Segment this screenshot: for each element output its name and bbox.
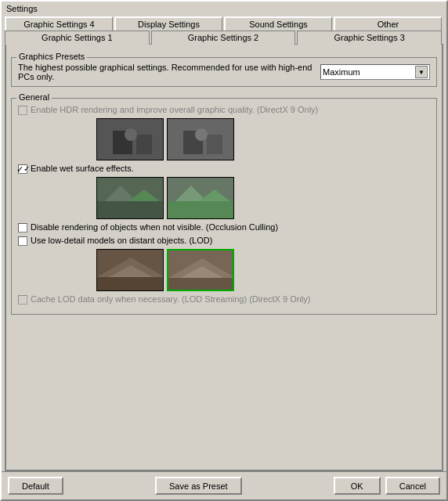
cancel-button[interactable]: Cancel xyxy=(385,477,440,495)
svg-rect-6 xyxy=(207,135,222,154)
tab-sound-settings[interactable]: Sound Settings xyxy=(224,16,332,31)
tab-graphic-settings-2[interactable]: Graphic Settings 2 xyxy=(151,31,296,45)
wet-preview-off xyxy=(96,177,164,219)
lod-preview-images xyxy=(96,249,430,291)
lod-preview-off xyxy=(96,249,164,291)
svg-rect-21 xyxy=(168,278,234,291)
svg-rect-2 xyxy=(136,135,152,154)
bottom-right-buttons: OK Cancel xyxy=(334,477,440,495)
general-group-label: General xyxy=(16,92,52,102)
tabs-container: Graphic Settings 4 Display Settings Soun… xyxy=(2,16,446,44)
content-area: Graphics Presets The highest possible gr… xyxy=(5,44,443,471)
preset-dropdown[interactable]: Maximum ▼ xyxy=(320,64,430,80)
default-button[interactable]: Default xyxy=(8,477,63,495)
wet-preview-on xyxy=(167,177,234,219)
hdr-preview-on xyxy=(167,118,234,160)
tab-other[interactable]: Other xyxy=(334,16,442,31)
occlusion-row: Disable rendering of objects when not vi… xyxy=(18,222,430,232)
general-group: General Enable HDR rendering and improve… xyxy=(11,98,437,315)
occlusion-checkbox[interactable] xyxy=(18,223,27,232)
window-title: Settings xyxy=(6,4,38,13)
ok-button[interactable]: OK xyxy=(334,477,381,495)
hdr-row: Enable HDR rendering and improve overall… xyxy=(18,105,430,115)
hdr-checkbox[interactable] xyxy=(18,106,27,115)
bottom-bar: Default Save as Preset OK Cancel xyxy=(2,471,446,499)
svg-point-7 xyxy=(195,128,208,141)
wet-surface-checkbox[interactable]: ✓ xyxy=(18,164,27,174)
svg-rect-17 xyxy=(97,277,164,291)
svg-rect-9 xyxy=(97,201,164,219)
wet-on-svg xyxy=(168,178,234,219)
hdr-on-svg xyxy=(168,119,234,160)
settings-window: Settings Graphic Settings 4 Display Sett… xyxy=(0,0,448,501)
hdr-preview-images xyxy=(96,118,430,160)
lod-row: Use low-detail models on distant objects… xyxy=(18,236,430,246)
presets-group-label: Graphics Presets xyxy=(16,52,87,61)
tab-graphic-settings-3[interactable]: Graphic Settings 3 xyxy=(297,31,442,45)
title-bar: Settings xyxy=(2,2,446,16)
lod-streaming-checkbox[interactable] xyxy=(18,295,27,305)
save-as-preset-button[interactable]: Save as Preset xyxy=(155,477,242,495)
lod-streaming-label: Cache LOD data only when necessary. (LOD… xyxy=(31,294,310,304)
lod-off-svg xyxy=(97,250,164,291)
lod-checkbox[interactable] xyxy=(18,236,27,246)
dropdown-arrow-icon: ▼ xyxy=(415,66,428,78)
tab-graphic-settings-4[interactable]: Graphic Settings 4 xyxy=(5,16,113,31)
preset-description: The highest possible graphical settings.… xyxy=(18,63,314,81)
wet-surface-row: ✓ Enable wet surface effects. xyxy=(18,164,430,174)
tab-row-2: Graphic Settings 1 Graphic Settings 2 Gr… xyxy=(5,30,443,44)
hdr-preview-off xyxy=(96,118,164,160)
wet-surface-label: Enable wet surface effects. xyxy=(31,164,134,173)
lod-preview-on xyxy=(167,249,234,291)
svg-point-3 xyxy=(125,128,137,141)
presets-group: Graphics Presets The highest possible gr… xyxy=(11,57,437,87)
tab-display-settings[interactable]: Display Settings xyxy=(114,16,222,31)
preset-row: The highest possible graphical settings.… xyxy=(18,63,430,81)
wet-preview-images xyxy=(96,177,430,219)
tab-row-1: Graphic Settings 4 Display Settings Soun… xyxy=(5,16,443,30)
tab-graphic-settings-1[interactable]: Graphic Settings 1 xyxy=(5,31,150,45)
occlusion-label: Disable rendering of objects when not vi… xyxy=(31,222,278,232)
preset-dropdown-value: Maximum xyxy=(323,67,360,77)
lod-label: Use low-detail models on distant objects… xyxy=(31,236,212,245)
svg-rect-13 xyxy=(168,201,234,219)
wet-off-svg xyxy=(97,178,164,219)
lod-on-svg xyxy=(168,250,234,291)
hdr-label: Enable HDR rendering and improve overall… xyxy=(31,105,318,114)
hdr-off-svg xyxy=(97,119,164,160)
lod-streaming-row: Cache LOD data only when necessary. (LOD… xyxy=(18,294,430,305)
